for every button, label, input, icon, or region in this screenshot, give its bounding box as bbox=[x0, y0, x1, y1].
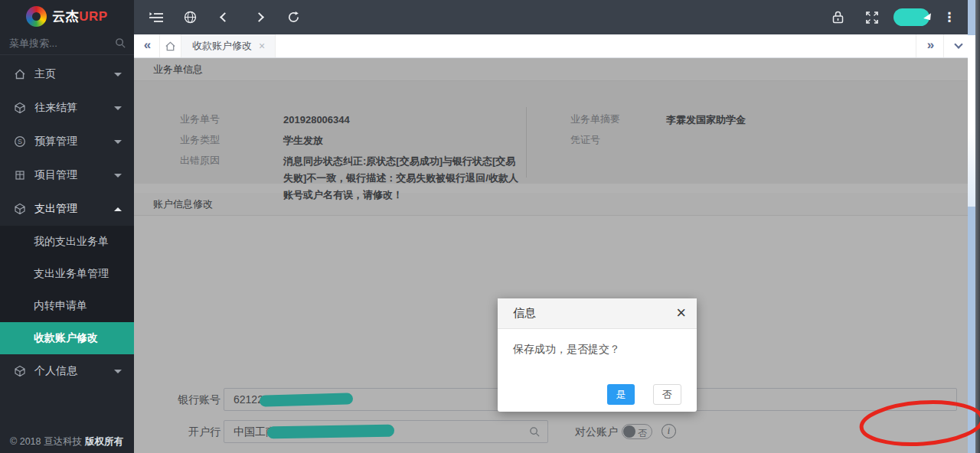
nav-back-icon[interactable] bbox=[211, 0, 237, 34]
sidebar-item-settlement[interactable]: 往来结算 bbox=[0, 91, 134, 125]
project-icon bbox=[14, 169, 28, 181]
scrollbar-thumb[interactable] bbox=[968, 35, 975, 207]
sidebar-item-project[interactable]: 项目管理 bbox=[0, 158, 134, 192]
brand-name-red: URP bbox=[79, 9, 107, 24]
sidebar-menu: 主页 往来结算 S 预算管理 项目管理 bbox=[0, 55, 134, 388]
sidebar-item-internal-transfer[interactable]: 内转申请单 bbox=[0, 290, 134, 322]
dialog-header: 信息 × bbox=[498, 298, 697, 329]
chevron-down-icon bbox=[114, 73, 122, 77]
more-menu-icon[interactable]: ⋮ bbox=[936, 0, 962, 34]
fullscreen-icon[interactable] bbox=[859, 0, 885, 34]
tab-home[interactable] bbox=[159, 34, 181, 57]
copyright-text: © 2018 亘达科技 bbox=[10, 435, 82, 448]
chevron-down-icon bbox=[114, 106, 122, 110]
collapse-sidebar-icon[interactable] bbox=[143, 0, 169, 34]
svg-text:S: S bbox=[18, 138, 22, 145]
chevron-down-icon bbox=[114, 140, 122, 144]
menu-search-placeholder: 菜单搜索... bbox=[0, 37, 57, 51]
cube-icon bbox=[14, 365, 28, 377]
sidebar-item-home[interactable]: 主页 bbox=[0, 57, 134, 91]
dialog-no-button[interactable]: 否 bbox=[653, 384, 681, 405]
expense-submenu: 我的支出业务单 支出业务单管理 内转申请单 收款账户修改 bbox=[0, 226, 134, 354]
lock-icon[interactable] bbox=[825, 0, 851, 34]
app-window: 云杰URP 菜单搜索... 主页 往来结算 bbox=[0, 0, 980, 453]
sidebar: 云杰URP 菜单搜索... 主页 往来结算 bbox=[0, 0, 134, 453]
chevron-down-icon bbox=[114, 370, 122, 373]
sidebar-item-profile[interactable]: 个人信息 bbox=[0, 354, 134, 388]
chevron-down-icon bbox=[114, 174, 122, 178]
message-dialog: 信息 × 保存成功，是否提交？ 是 否 bbox=[498, 298, 697, 412]
tabs-scroll-right-icon[interactable]: » bbox=[916, 34, 943, 57]
tab-label: 收款账户修改 bbox=[192, 39, 252, 53]
brand-spiral-icon bbox=[26, 6, 47, 27]
sidebar-item-my-expense-orders[interactable]: 我的支出业务单 bbox=[0, 226, 134, 258]
menu-search-input[interactable]: 菜单搜索... bbox=[0, 32, 134, 55]
cube-icon bbox=[14, 102, 28, 114]
cube-icon bbox=[14, 203, 28, 215]
user-avatar[interactable] bbox=[893, 8, 933, 26]
tab-bar: « 收款账户修改 × » bbox=[134, 34, 980, 58]
sidebar-item-expense-order-mgmt[interactable]: 支出业务单管理 bbox=[0, 258, 134, 290]
tab-payee-account-modify[interactable]: 收款账户修改 × bbox=[181, 34, 276, 57]
sidebar-item-label: 支出管理 bbox=[34, 202, 77, 216]
refresh-icon[interactable] bbox=[280, 0, 306, 34]
coin-icon: S bbox=[14, 135, 28, 148]
rights-text: 版权所有 bbox=[85, 435, 123, 448]
dialog-yes-button[interactable]: 是 bbox=[607, 384, 635, 405]
brand-name-white: 云杰 bbox=[52, 9, 79, 24]
sidebar-item-label: 预算管理 bbox=[34, 135, 77, 148]
globe-icon[interactable] bbox=[177, 0, 203, 34]
sidebar-item-label: 项目管理 bbox=[34, 168, 77, 182]
nav-forward-icon[interactable] bbox=[246, 0, 272, 34]
sidebar-item-payee-account-modify[interactable]: 收款账户修改 bbox=[0, 322, 134, 354]
home-icon bbox=[14, 68, 28, 80]
sidebar-item-label: 个人信息 bbox=[34, 364, 77, 378]
dialog-close-icon[interactable]: × bbox=[676, 303, 686, 323]
dialog-message: 保存成功，是否提交？ bbox=[513, 343, 620, 357]
vertical-scrollbar[interactable] bbox=[968, 0, 975, 453]
window-edge bbox=[975, 0, 980, 453]
search-icon[interactable] bbox=[115, 37, 126, 49]
dialog-title: 信息 bbox=[498, 306, 536, 321]
top-navbar: ⋮ bbox=[134, 0, 980, 34]
copyright-footer: © 2018 亘达科技 版权所有 bbox=[0, 430, 134, 453]
sidebar-item-budget[interactable]: S 预算管理 bbox=[0, 125, 134, 158]
home-icon bbox=[165, 41, 176, 52]
app-logo: 云杰URP bbox=[0, 0, 134, 32]
chevron-up-icon bbox=[114, 207, 122, 211]
tabs-scroll-left-icon[interactable]: « bbox=[134, 34, 159, 57]
brand-name: 云杰URP bbox=[52, 8, 107, 25]
sidebar-item-label: 主页 bbox=[34, 67, 56, 81]
tab-close-icon[interactable]: × bbox=[259, 40, 265, 52]
sidebar-item-expense[interactable]: 支出管理 bbox=[0, 192, 134, 226]
sidebar-item-label: 往来结算 bbox=[34, 101, 77, 115]
